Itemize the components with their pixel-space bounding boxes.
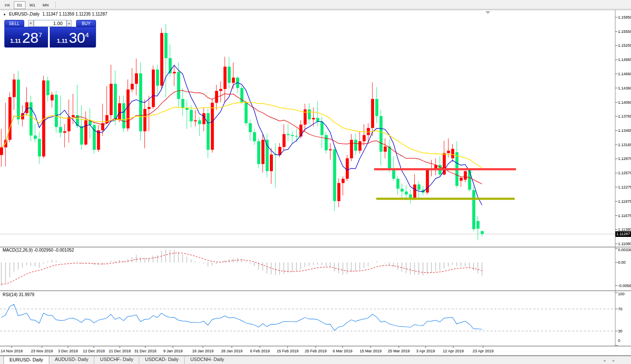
toolbar-divider (55, 1, 56, 8)
timeframe-button-h4[interactable]: H4 (1, 1, 13, 9)
chart-tab-usdchf[interactable]: USDCHF- Daily (94, 356, 139, 364)
symbol-period-label: EURUSD-,Daily (9, 12, 40, 16)
buy-button[interactable]: BUY (76, 20, 96, 27)
chart-tab-usdcnh[interactable]: USDCNH- Daily (184, 356, 230, 364)
rsi-indicator-label: RSI(14) 31.9979 (3, 292, 34, 297)
volume-increase-button[interactable]: ▲ (67, 20, 72, 27)
chart-canvas[interactable] (0, 0, 631, 364)
buy-price-sup: 4 (85, 31, 89, 38)
chart-tab-audusd[interactable]: AUDUSD- Daily (49, 356, 94, 364)
buy-price-display[interactable]: 1.11304 (50, 27, 96, 48)
current-price-tag: 1.11287 (615, 231, 631, 237)
volume-decrease-button[interactable]: ▼ (28, 20, 33, 27)
volume-input[interactable] (34, 20, 67, 27)
tab-scroll-arrows[interactable]: ◄► (602, 359, 621, 363)
collapse-icon[interactable]: ▲ (3, 13, 6, 16)
timeframe-toolbar: H4D1W1MN (0, 0, 631, 10)
chart-tab-bar: EURUSD- DailyAUDUSD- DailyUSDCHF- DailyU… (0, 356, 631, 364)
sell-price-big: 28 (22, 29, 38, 46)
chart-tabs: EURUSD- DailyAUDUSD- DailyUSDCHF- DailyU… (0, 356, 230, 364)
chart-ohlc-header: ▲ EURUSD-,Daily 1.11347 1.11359 1.11235 … (3, 12, 109, 16)
timeframe-button-d1[interactable]: D1 (14, 1, 26, 9)
timeframe-buttons: H4D1W1MN (1, 0, 53, 9)
one-click-trading-panel: SELL ▼ ▲ BUY 1.11287 1.11304 (4, 20, 96, 48)
timeframe-button-mn[interactable]: MN (39, 1, 52, 9)
buy-price-big: 30 (69, 29, 85, 46)
macd-indicator-label: MACD(12,26,9) -0.002950 -0.001052 (3, 248, 74, 252)
chart-tab-usdcad[interactable]: USDCAD- Daily (139, 356, 184, 364)
sell-price-sup: 7 (38, 31, 42, 38)
tab-scroll-right-icon: ► (612, 359, 621, 363)
chart-tab-eurusd[interactable]: EURUSD- Daily (3, 356, 49, 364)
sell-price-prefix: 1.11 (10, 38, 21, 44)
tab-scroll-left-icon: ◄ (602, 359, 612, 363)
sell-button[interactable]: SELL (4, 20, 24, 27)
buy-price-prefix: 1.11 (57, 38, 68, 44)
sell-price-display[interactable]: 1.11287 (4, 27, 48, 48)
ohlc-values: 1.11347 1.11359 1.11235 1.11287 (42, 12, 107, 16)
timeframe-button-w1[interactable]: W1 (26, 1, 39, 9)
